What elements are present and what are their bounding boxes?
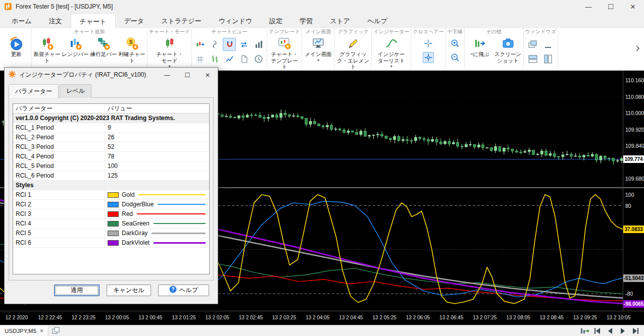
- style-row[interactable]: RCI 4SeaGreen: [13, 219, 209, 229]
- price-axis-label: 110.080: [625, 94, 644, 100]
- time-axis-label: 13 2 10:05: [607, 315, 630, 320]
- step-forward-button[interactable]: [617, 326, 628, 335]
- close-button[interactable]: ✕: [622, 0, 644, 13]
- param-row[interactable]: RCL_2 Period26: [13, 133, 209, 142]
- dialog-titlebar[interactable]: インジケータープロパティ (!RAT_RCI6_v100) — ☐ ✕: [5, 68, 218, 82]
- ohlc-bars-button[interactable]: [208, 52, 221, 66]
- new-chart-tab-button[interactable]: [48, 325, 63, 336]
- time-axis-label: 13 2 09:25: [573, 315, 597, 320]
- tab-levels[interactable]: レベル: [60, 84, 91, 98]
- menu-tab-8[interactable]: 学習: [291, 13, 321, 28]
- chart-mode-button[interactable]: チャート・モード ▾: [156, 35, 183, 69]
- color-swatch[interactable]: [108, 231, 119, 236]
- minimize-button[interactable]: —: [577, 0, 600, 13]
- indicator-value-badge: 37.0833: [623, 226, 644, 233]
- tile-horizontal-button[interactable]: [526, 53, 539, 65]
- grid-toggle-button[interactable]: [193, 52, 207, 66]
- dialog-maximize-button[interactable]: ☐: [177, 68, 197, 82]
- jump-to-button[interactable]: ~に飛ぶ: [466, 35, 493, 58]
- param-row[interactable]: RCL_5 Period100: [13, 161, 209, 171]
- color-swatch[interactable]: [108, 221, 119, 227]
- price-axis[interactable]: 110.160110.080110.000109.920109.840109.6…: [623, 71, 644, 311]
- crosshair-button[interactable]: [423, 38, 434, 49]
- tab-parameters[interactable]: パラメーター: [9, 84, 59, 98]
- menu-tab-5[interactable]: ストラテジー: [153, 13, 210, 28]
- chart-page-button[interactable]: [237, 52, 251, 66]
- ribbon-group-template-title: テンプレート: [269, 28, 300, 35]
- color-swatch[interactable]: [108, 211, 119, 217]
- line-chart-button[interactable]: [223, 52, 236, 66]
- time-axis-label: 12 2 23:25: [72, 315, 95, 320]
- dialog-minimize-button[interactable]: —: [157, 68, 177, 82]
- color-swatch[interactable]: [108, 240, 119, 246]
- zoom-in-button[interactable]: [450, 38, 461, 49]
- go-first-button[interactable]: [592, 326, 603, 335]
- style-row[interactable]: RCI 6DarkViolet: [13, 238, 209, 248]
- menu-tab-6[interactable]: ウィンドウ: [210, 13, 261, 28]
- dialog-close-button[interactable]: ✕: [197, 68, 218, 82]
- step-back-button[interactable]: [605, 326, 616, 335]
- auto-scroll-icon[interactable]: [579, 326, 590, 335]
- color-swatch[interactable]: [108, 192, 119, 198]
- chart-tab-close-icon[interactable]: ×: [40, 327, 43, 334]
- help-button[interactable]: ? ヘルプ: [158, 285, 209, 296]
- renko-bar-label: 練行足バー: [90, 51, 117, 58]
- profit-chart-button[interactable]: $ 利確チャート: [118, 35, 145, 64]
- graphic-element-button[interactable]: グラフィック・エレメント ▾: [336, 35, 370, 76]
- style-row[interactable]: RCI 3Red: [13, 209, 209, 219]
- param-row[interactable]: RCL_3 Period52: [13, 142, 209, 152]
- style-row[interactable]: RCI 5DarkGray: [13, 229, 209, 238]
- refresh-button[interactable]: 更新: [3, 35, 30, 58]
- menu-tab-4[interactable]: データ: [116, 13, 153, 28]
- crosshair-sync-button[interactable]: [423, 52, 434, 63]
- time-axis[interactable]: 12 2 202012 2 22:4512 2 23:2513 2 00:051…: [0, 311, 644, 325]
- chart-tab-usdjpy-m5[interactable]: USDJPY,M5 ×: [0, 325, 48, 336]
- styles-section-row: Styles: [13, 181, 209, 190]
- time-axis-label: 13 2 02:05: [206, 315, 229, 320]
- time-axis-label: 13 2 06:05: [406, 315, 430, 320]
- volume-button[interactable]: [252, 38, 265, 51]
- cascade-windows-button[interactable]: [526, 39, 539, 51]
- cancel-button[interactable]: キャンセル: [107, 285, 151, 296]
- minimize-all-button[interactable]: [541, 39, 555, 51]
- go-last-button[interactable]: [630, 326, 641, 335]
- refresh-label: 更新: [11, 51, 22, 58]
- param-row[interactable]: RCL_4 Period78: [13, 152, 209, 161]
- style-row[interactable]: RCI 1Gold: [13, 190, 209, 200]
- param-row[interactable]: RCL_1 Period9: [13, 123, 209, 133]
- color-swatch[interactable]: [108, 202, 119, 207]
- style-row[interactable]: RCI 2DodgerBlue: [13, 200, 209, 209]
- time-settings-button[interactable]: [252, 52, 265, 66]
- menu-tab-7[interactable]: 設定: [261, 13, 291, 28]
- menu-tab-2[interactable]: 注文: [40, 13, 71, 28]
- chart-template-button[interactable]: チャート・テンプレート ▾: [269, 35, 300, 76]
- ribbon-collapse-button[interactable]: [631, 42, 644, 57]
- scale-mode-button[interactable]: [208, 38, 221, 51]
- zoom-out-button[interactable]: [450, 52, 461, 63]
- menu-tab-9[interactable]: ストア: [321, 13, 359, 28]
- range-bar-icon: [69, 36, 82, 51]
- line-style-sample: [154, 223, 206, 224]
- menu-tab-10[interactable]: ヘルプ: [359, 13, 396, 28]
- range-bar-button[interactable]: レンジバー: [62, 35, 89, 58]
- jump-to-label: ~に飛ぶ: [470, 51, 489, 58]
- apply-button[interactable]: 適用: [54, 285, 100, 296]
- price-axis-label: 110.000: [625, 110, 644, 116]
- magnet-button[interactable]: [223, 38, 236, 51]
- table-header-row: パラメーターバリュー: [13, 104, 209, 114]
- menu-tab-1[interactable]: ホーム: [3, 13, 40, 28]
- ribbon-group-crosshair-title: クロスヘアー: [413, 28, 443, 35]
- indicator-list-button[interactable]: インジケーターリスト ▾: [376, 35, 407, 69]
- param-row[interactable]: RCL_6 Period125: [13, 171, 209, 181]
- new-chart-button[interactable]: 新規チャート: [33, 35, 61, 64]
- screenshot-button[interactable]: スクリーンショット: [494, 35, 522, 64]
- renko-bar-button[interactable]: 練行足バー: [90, 35, 117, 58]
- screenshot-label: スクリーンショット: [494, 51, 522, 64]
- offset-chart-button[interactable]: [193, 38, 207, 51]
- dialog-controls: — ☐ ✕: [157, 68, 218, 82]
- tile-vertical-button[interactable]: [541, 53, 555, 65]
- menu-tab-3[interactable]: チャート: [71, 13, 116, 28]
- shift-chart-button[interactable]: [237, 38, 251, 51]
- main-screen-button[interactable]: メイン画面 ▾: [304, 35, 333, 63]
- maximize-button[interactable]: ☐: [600, 0, 622, 13]
